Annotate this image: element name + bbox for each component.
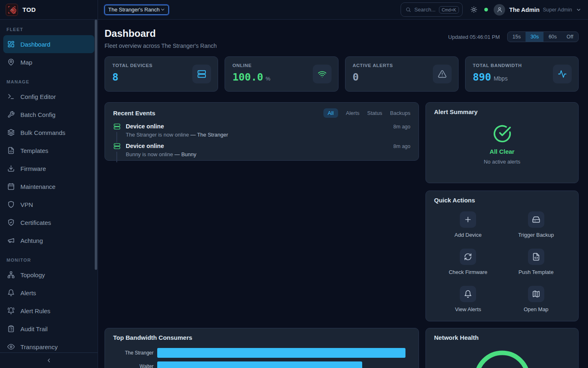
refresh-option-15s[interactable]: 15s: [508, 32, 526, 42]
sidebar-item-firmware[interactable]: Firmware: [3, 159, 94, 177]
sidebar-scrollbar[interactable]: [95, 20, 97, 270]
alert-detail: No active alerts: [484, 159, 521, 165]
sidebar-item-alert-rules[interactable]: Alert Rules: [3, 302, 94, 320]
plus-icon: [464, 215, 472, 224]
shield-check-icon: [7, 219, 15, 226]
site-selector[interactable]: The Stranger's Ranch: [105, 5, 169, 15]
filter-status[interactable]: Status: [367, 110, 382, 116]
event-device: Bunny: [181, 151, 196, 157]
panel-title: Network Health: [434, 334, 479, 341]
map-icon: [532, 290, 540, 298]
sidebar-section-fleet: FLEET Dashboard Map: [0, 25, 98, 71]
calendar-icon: [7, 183, 15, 190]
filter-alerts[interactable]: Alerts: [346, 110, 359, 116]
sidebar-item-label: VPN: [20, 201, 33, 208]
sidebar-item-vpn[interactable]: VPN: [3, 195, 94, 213]
layout-dashboard-icon: [7, 40, 15, 48]
shield-icon: [7, 201, 15, 208]
alert-summary-panel: Alert Summary All Clear No active alerts: [425, 102, 579, 183]
hard-drive-icon: [532, 215, 540, 224]
sidebar-item-label: Achtung: [20, 237, 43, 244]
panel-title: Recent Events: [113, 110, 155, 117]
panel-title: Top Bandwidth Consumers: [113, 334, 192, 341]
sidebar-item-templates[interactable]: Templates: [3, 141, 94, 159]
sidebar-item-batch-config[interactable]: Batch Config: [3, 105, 94, 123]
sidebar-item-label: Transparency: [20, 343, 58, 350]
event-title: Device online: [126, 143, 164, 149]
topbar-main: The Stranger's Ranch Search... Cmd+K The…: [98, 0, 588, 19]
sidebar-item-maintenance[interactable]: Maintenance: [3, 177, 94, 195]
layers-icon: [7, 129, 15, 136]
sidebar-item-label: Alert Rules: [20, 307, 50, 314]
sidebar-collapse-button[interactable]: [0, 352, 98, 368]
user-name: The Admin: [509, 7, 539, 13]
refresh-option-off[interactable]: Off: [562, 32, 578, 42]
sidebar-item-config-editor[interactable]: Config Editor: [3, 88, 94, 105]
bandwidth-row: The Stranger: [113, 348, 410, 358]
quick-actions-grid: Add Device Trigger Backup Check Firmware…: [434, 211, 570, 312]
stat-card-active-alerts: ACTIVE ALERTS 0: [345, 56, 459, 92]
event-title: Device online: [126, 123, 164, 130]
avatar[interactable]: [494, 4, 505, 16]
server-icon: [114, 123, 120, 130]
sidebar-item-label: Firmware: [20, 165, 46, 172]
sidebar-section-manage: MANAGE Config Editor Batch Config Bulk C…: [0, 78, 98, 249]
push-template-button[interactable]: Push Template: [502, 249, 570, 275]
bandwidth-panel: Top Bandwidth Consumers The Stranger Wal…: [105, 328, 419, 368]
bandwidth-bar: [157, 361, 362, 368]
filter-all[interactable]: All: [323, 108, 338, 118]
bell-icon: [464, 290, 472, 298]
sidebar-item-topology[interactable]: Topology: [3, 266, 94, 284]
quick-actions-panel: Quick Actions Add Device Trigger Backup …: [425, 191, 579, 321]
section-label: FLEET: [0, 25, 98, 34]
sidebar-item-achtung[interactable]: Achtung: [3, 231, 94, 249]
alert-status: All Clear: [490, 148, 514, 155]
event-row: Device online 8m ago The Stranger is now…: [113, 123, 410, 143]
view-alerts-button[interactable]: View Alerts: [434, 286, 502, 312]
network-health-gauge: 100: [434, 348, 570, 368]
sun-icon: [470, 6, 477, 13]
sidebar-item-label: Dashboard: [20, 41, 50, 48]
sidebar-item-label: Alerts: [20, 289, 36, 296]
action-label: Add Device: [454, 232, 481, 238]
theme-toggle-button[interactable]: [470, 6, 477, 13]
refresh-option-30s[interactable]: 30s: [526, 32, 543, 42]
user-menu-button[interactable]: [576, 7, 581, 13]
check-circle-icon: [493, 124, 512, 143]
download-icon: [7, 165, 15, 172]
timeline-connector: [116, 152, 117, 162]
refresh-icon: [464, 253, 472, 261]
activity-icon: [553, 65, 572, 83]
sidebar-item-bulk-commands[interactable]: Bulk Commands: [3, 123, 94, 141]
chevron-left-icon: [46, 357, 52, 364]
bar-label: The Stranger: [113, 350, 157, 356]
bell-ring-icon: [7, 307, 15, 314]
main-content: Dashboard Fleet overview across The Stra…: [98, 20, 588, 368]
sidebar-item-audit-trail[interactable]: Audit Trail: [3, 320, 94, 338]
stat-value: 8: [112, 71, 118, 83]
user-role: Super Admin: [543, 7, 572, 13]
chevron-down-icon: [160, 7, 165, 12]
file-code-icon: [532, 253, 540, 261]
page-header: Dashboard Fleet overview across The Stra…: [105, 28, 217, 49]
open-map-button[interactable]: Open Map: [502, 286, 570, 312]
add-device-button[interactable]: Add Device: [434, 211, 502, 238]
bandwidth-chart: The Stranger Walter: [113, 348, 410, 368]
trigger-backup-button[interactable]: Trigger Backup: [502, 211, 570, 238]
stat-unit: %: [266, 76, 271, 82]
stat-value: 0: [353, 71, 359, 83]
sidebar-item-dashboard[interactable]: Dashboard: [3, 35, 94, 53]
alert-triangle-icon: [433, 65, 452, 83]
sidebar-item-alerts[interactable]: Alerts: [3, 284, 94, 302]
stat-value: 100.0: [232, 71, 263, 83]
search-input[interactable]: Search... Cmd+K: [401, 2, 463, 17]
check-firmware-button[interactable]: Check Firmware: [434, 249, 502, 275]
refresh-option-60s[interactable]: 60s: [543, 32, 561, 42]
sidebar-item-map[interactable]: Map: [3, 53, 94, 71]
search-icon: [405, 7, 411, 13]
brand-name: TOD: [22, 6, 36, 13]
clipboard-list-icon: [7, 325, 15, 332]
filter-backups[interactable]: Backups: [390, 110, 410, 116]
sidebar-item-certificates[interactable]: Certificates: [3, 213, 94, 231]
sidebar-item-label: Bulk Commands: [20, 129, 65, 136]
